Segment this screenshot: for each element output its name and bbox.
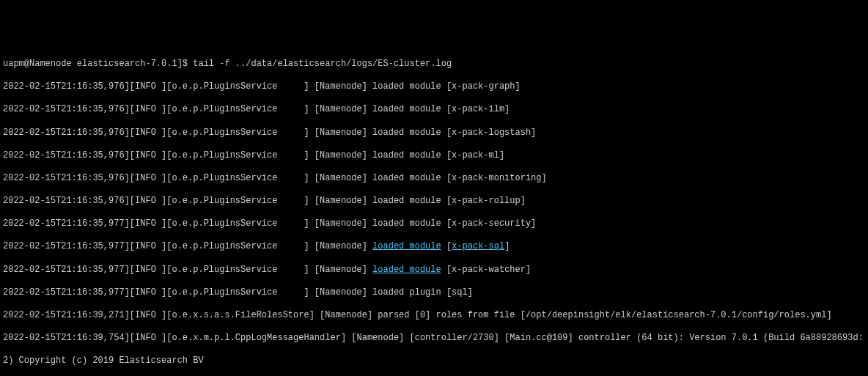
log-prefix: 2022-02-15T21:16:35,977][INFO ][o.e.p.Pl… (3, 265, 372, 275)
log-line: 2022-02-15T21:16:35,976][INFO ][o.e.p.Pl… (3, 196, 865, 207)
log-line: 2022-02-15T21:16:39,754][INFO ][o.e.x.m.… (3, 333, 865, 344)
log-prefix: 2022-02-15T21:16:35,977][INFO ][o.e.p.Pl… (3, 241, 372, 251)
highlight-text: loaded module (372, 265, 441, 275)
log-line: 2022-02-15T21:16:35,977][INFO ][o.e.p.Pl… (3, 218, 865, 230)
log-line: 2022-02-15T21:16:35,976][INFO ][o.e.p.Pl… (3, 128, 865, 139)
log-line: 2022-02-15T21:16:39,271][INFO ][o.e.x.s.… (3, 310, 865, 322)
log-suffix: ] (504, 241, 510, 251)
log-line: 2022-02-15T21:16:35,976][INFO ][o.e.p.Pl… (3, 173, 865, 185)
log-line: 2022-02-15T21:16:35,977][INFO ][o.e.p.Pl… (3, 287, 865, 299)
log-suffix: [x-pack-watcher] (441, 265, 531, 275)
highlight-text: loaded module (372, 241, 441, 251)
log-line: 2) Copyright (c) 2019 Elasticsearch BV (3, 355, 865, 367)
terminal-output[interactable]: uapm@Namenode elasticsearch-7.0.1]$ tail… (3, 47, 865, 376)
log-mid: [ (441, 241, 452, 251)
command-prompt: uapm@Namenode elasticsearch-7.0.1]$ tail… (3, 59, 865, 70)
log-line-highlighted: 2022-02-15T21:16:35,977][INFO ][o.e.p.Pl… (3, 265, 865, 276)
highlight-text: x-pack-sql (452, 241, 504, 251)
log-line-highlighted: 2022-02-15T21:16:35,977][INFO ][o.e.p.Pl… (3, 241, 865, 253)
log-line: 2022-02-15T21:16:35,976][INFO ][o.e.p.Pl… (3, 150, 865, 162)
log-line: 2022-02-15T21:16:35,976][INFO ][o.e.p.Pl… (3, 104, 865, 116)
log-line: 2022-02-15T21:16:35,976][INFO ][o.e.p.Pl… (3, 81, 865, 93)
